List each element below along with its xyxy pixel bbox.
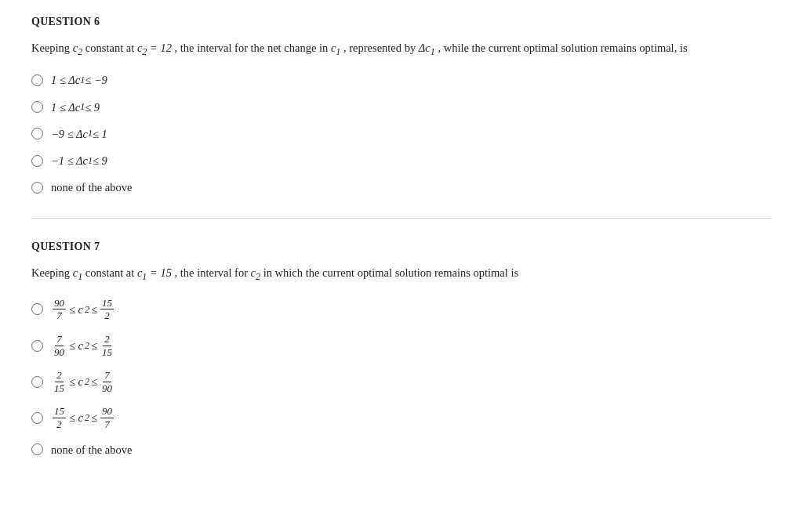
frac-2-15: 2 15 (100, 333, 114, 358)
q6-option-a[interactable]: 1 ≤ Δc1 ≤ −9 (31, 72, 772, 88)
delta-c1: Δc1 (419, 42, 435, 54)
frac-num: 2 (103, 333, 111, 346)
q6-option-b[interactable]: 1 ≤ Δc1 ≤ 9 (31, 100, 772, 115)
q6-radio-e[interactable] (31, 182, 43, 194)
q7-label-e: none of the above (51, 442, 132, 458)
q7-c2-var: c2 (251, 266, 260, 279)
q7-c1-val: c1 = 15 (137, 266, 172, 279)
frac-den: 15 (100, 346, 114, 359)
q6-label-d: −1 ≤ Δc1 ≤ 9 (51, 153, 107, 168)
question-7-text: Keeping c1 constant at c1 = 15 , the int… (31, 264, 772, 284)
q6-label-e: none of the above (51, 179, 132, 195)
frac-15-2: 15 2 (100, 297, 114, 322)
question-7: QUESTION 7 Keeping c1 constant at c1 = 1… (31, 241, 772, 458)
frac-15-2b: 15 2 (53, 405, 66, 430)
frac-num: 2 (55, 369, 64, 382)
q6-option-e[interactable]: none of the above (31, 179, 772, 195)
frac-den: 2 (103, 309, 111, 322)
frac-den: 15 (53, 382, 66, 395)
frac-7-90: 7 90 (53, 333, 66, 358)
q6-radio-a[interactable] (31, 74, 43, 86)
q7-option-b[interactable]: 7 90 ≤ c2 ≤ 2 15 (31, 333, 772, 358)
question-7-label: QUESTION 7 (31, 241, 772, 253)
q6-option-d[interactable]: −1 ≤ Δc1 ≤ 9 (31, 153, 772, 168)
question-6-text: Keeping c2 constant at c2 = 12 , the int… (31, 39, 772, 60)
q7-c1-var: c1 (73, 266, 82, 279)
q6-label-b: 1 ≤ Δc1 ≤ 9 (51, 100, 100, 115)
frac-num: 90 (53, 297, 66, 310)
frac-num: 90 (100, 405, 114, 418)
frac-den: 2 (55, 418, 64, 431)
q7-radio-c[interactable] (31, 376, 43, 388)
q7-option-e[interactable]: none of the above (31, 442, 772, 458)
c2-var: c2 (73, 42, 82, 54)
q7-label-b: 7 90 ≤ c2 ≤ 2 15 (51, 333, 115, 358)
q7-label-c: 2 15 ≤ c2 ≤ 7 90 (51, 369, 115, 394)
frac-90-7: 90 7 (53, 297, 66, 322)
c2-val: c2 = 12 (137, 42, 172, 54)
frac-num: 15 (53, 405, 66, 418)
section-divider (31, 218, 772, 219)
frac-den: 7 (103, 418, 111, 431)
q6-radio-b[interactable] (31, 101, 43, 113)
q6-label-c: −9 ≤ Δc1 ≤ 1 (51, 126, 107, 142)
q7-radio-b[interactable] (31, 340, 43, 352)
q7-option-d[interactable]: 15 2 ≤ c2 ≤ 90 7 (31, 405, 772, 430)
q6-option-c[interactable]: −9 ≤ Δc1 ≤ 1 (31, 126, 772, 142)
q7-radio-e[interactable] (31, 443, 43, 455)
frac-7-90b: 7 90 (100, 369, 114, 394)
frac-den: 7 (55, 309, 64, 322)
q7-radio-a[interactable] (31, 303, 43, 315)
frac-den: 90 (100, 382, 114, 395)
frac-num: 15 (100, 297, 114, 310)
question-6-options: 1 ≤ Δc1 ≤ −9 1 ≤ Δc1 ≤ 9 −9 ≤ Δc1 ≤ 1 −1… (31, 72, 772, 195)
q7-option-c[interactable]: 2 15 ≤ c2 ≤ 7 90 (31, 369, 772, 394)
q6-radio-c[interactable] (31, 128, 43, 139)
question-6: QUESTION 6 Keeping c2 constant at c2 = 1… (31, 16, 772, 196)
frac-2-15b: 2 15 (53, 369, 66, 394)
q7-label-d: 15 2 ≤ c2 ≤ 90 7 (51, 405, 115, 430)
frac-90-7b: 90 7 (100, 405, 114, 430)
frac-num: 7 (103, 369, 111, 382)
question-7-options: 90 7 ≤ c2 ≤ 15 2 7 90 ≤ c2 ≤ 2 (31, 297, 772, 458)
frac-num: 7 (55, 333, 64, 346)
q6-radio-d[interactable] (31, 155, 43, 167)
q7-option-a[interactable]: 90 7 ≤ c2 ≤ 15 2 (31, 297, 772, 322)
q7-radio-d[interactable] (31, 412, 43, 424)
q6-label-a: 1 ≤ Δc1 ≤ −9 (51, 72, 107, 88)
frac-den: 90 (53, 346, 66, 359)
c1-var: c1 (331, 42, 340, 54)
question-6-label: QUESTION 6 (31, 16, 772, 28)
q7-label-a: 90 7 ≤ c2 ≤ 15 2 (51, 297, 115, 322)
